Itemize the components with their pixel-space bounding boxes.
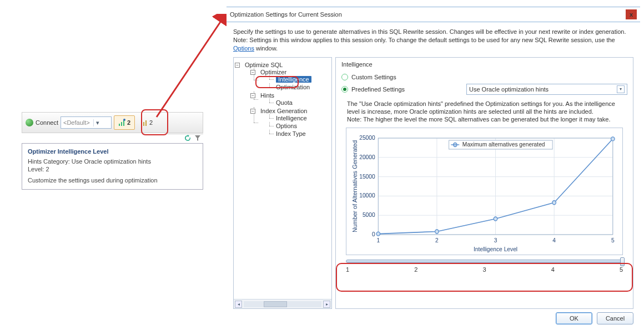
refresh-icon[interactable]	[184, 135, 191, 141]
svg-text:3: 3	[494, 237, 497, 243]
tree-node-hints[interactable]: − Hints Quota	[253, 92, 329, 107]
svg-text:0: 0	[372, 231, 375, 237]
tree-node-optimization[interactable]: Optimization	[268, 83, 329, 91]
radio-icon	[341, 74, 348, 80]
scroll-left-icon[interactable]: ◂	[235, 301, 242, 308]
intelligence-level-value: 2	[127, 119, 130, 126]
svg-text:Number of Alternatives Generat: Number of Alternatives Generated	[351, 140, 358, 232]
tooltip-line: Level: 2	[28, 166, 197, 172]
select-value: Use Oracle optimization hints	[469, 86, 549, 93]
svg-point-33	[494, 217, 497, 221]
radio-icon	[341, 86, 348, 93]
dialog-title: Optimization Settings for Current Sessio…	[230, 11, 342, 18]
svg-text:4: 4	[552, 237, 556, 243]
collapse-icon[interactable]: −	[250, 70, 255, 75]
tooltip-line: Hints Category: Use Oracle optimization …	[28, 158, 197, 165]
svg-point-35	[611, 137, 615, 141]
collapse-icon[interactable]: −	[250, 109, 255, 114]
settings-panel: Intelligence Custom Settings Predefined …	[335, 57, 633, 309]
connection-combo-value: <Default>	[63, 119, 90, 126]
intelligence-slider[interactable]: 1 2 3 4 5	[346, 260, 623, 274]
svg-rect-2	[123, 120, 124, 126]
panel-heading: Intelligence	[341, 61, 627, 68]
scroll-right-icon[interactable]: ▸	[323, 301, 330, 308]
svg-point-32	[435, 230, 439, 233]
radio-predefined-settings[interactable]: Predefined Settings Use Oracle optimizat…	[341, 84, 627, 95]
desc-line: Note: The higher the level the more SQL …	[347, 116, 611, 123]
tree-label-selected: Intelligence	[276, 76, 311, 83]
intelligence-level-button[interactable]: 2	[114, 115, 135, 130]
svg-text:Maximum alternatives generated: Maximum alternatives generated	[462, 141, 545, 148]
tree-label: Quota	[276, 99, 293, 106]
intro-line: window.	[254, 45, 278, 52]
dialog-intro: Specify the settings to use to generate …	[233, 28, 633, 53]
predefined-description: The "Use Oracle optimization hints" pred…	[347, 100, 622, 124]
radio-label: Custom Settings	[351, 74, 396, 80]
tooltip-panel: Optimizer Intelligence Level Hints Categ…	[22, 143, 203, 190]
tooltip-title: Optimizer Intelligence Level	[28, 148, 197, 155]
svg-point-3	[123, 119, 125, 121]
predefined-select[interactable]: Use Oracle optimization hints ▾	[466, 84, 627, 95]
dialog-titlebar: Optimization Settings for Current Sessio…	[227, 7, 640, 22]
connect-icon	[26, 119, 33, 126]
filter-icon[interactable]	[194, 135, 201, 141]
tree-node-ig-intelligence[interactable]: Intelligence	[268, 114, 329, 122]
toolbar-stub-row	[167, 134, 203, 143]
button-label: OK	[570, 315, 578, 322]
intro-line: Specify the settings to use to generate …	[233, 28, 626, 35]
close-button[interactable]: x	[626, 9, 637, 19]
tree-node-quota[interactable]: Quota	[268, 99, 329, 106]
slider-tick-labels: 1 2 3 4 5	[346, 266, 623, 273]
slider-tick: 4	[551, 266, 555, 273]
close-icon: x	[630, 12, 633, 18]
svg-text:15000: 15000	[359, 173, 375, 180]
collapse-icon[interactable]: −	[250, 93, 255, 98]
cancel-button[interactable]: Cancel	[597, 312, 633, 324]
svg-text:25000: 25000	[359, 134, 375, 141]
connection-combo[interactable]: <Default> ▾	[61, 116, 112, 129]
slider-tick: 5	[620, 266, 623, 273]
tree-node-ig-options[interactable]: Options	[268, 122, 329, 130]
intelligence-chart: 050001000015000200002500012345Intelligen…	[346, 128, 623, 255]
svg-rect-6	[145, 120, 147, 126]
svg-rect-4	[141, 124, 142, 126]
scroll-thumb[interactable]	[264, 301, 287, 307]
nav-tree-panel: − Optimize SQL − Optimizer Intelligence	[233, 57, 332, 309]
tree-label: Optimizer	[260, 69, 286, 75]
slider-track[interactable]	[346, 260, 623, 263]
options-link[interactable]: Options	[233, 45, 254, 52]
slider-tick: 3	[482, 266, 486, 273]
tree-node-indexgen[interactable]: − Index Generation Intelligence Options …	[253, 107, 329, 138]
tree-horizontal-scrollbar[interactable]: ◂ ▸	[234, 299, 331, 308]
secondary-level-value: 2	[149, 119, 153, 126]
svg-point-31	[376, 232, 380, 236]
secondary-level-button[interactable]: 2	[137, 115, 156, 130]
svg-text:5000: 5000	[363, 211, 375, 218]
radio-custom-settings[interactable]: Custom Settings	[341, 74, 627, 80]
tree-label: Hints	[260, 92, 274, 99]
bar-levels-icon	[118, 119, 126, 126]
tree-node-ig-indextype[interactable]: Index Type	[268, 130, 329, 138]
svg-rect-1	[121, 122, 122, 126]
connect-label[interactable]: Connect	[36, 119, 58, 126]
chevron-down-icon: ▾	[617, 85, 625, 93]
svg-text:5: 5	[611, 237, 615, 243]
svg-text:2: 2	[435, 237, 439, 243]
nav-tree[interactable]: − Optimize SQL − Optimizer Intelligence	[234, 58, 331, 299]
collapse-icon[interactable]: −	[235, 63, 240, 68]
main-toolbar: Connect <Default> ▾ 2 2	[22, 112, 203, 133]
svg-line-7	[157, 19, 222, 117]
ok-button[interactable]: OK	[556, 312, 592, 324]
slider-thumb[interactable]	[620, 257, 625, 266]
tree-label: Intelligence	[276, 115, 307, 121]
scroll-track[interactable]	[244, 301, 321, 307]
svg-rect-0	[119, 124, 120, 126]
tree-node-root[interactable]: − Optimize SQL − Optimizer Intelligence	[237, 61, 329, 139]
tree-label: Index Type	[276, 130, 306, 137]
chevron-down-icon: ▾	[93, 119, 99, 126]
slider-tick: 1	[346, 266, 349, 273]
svg-text:20000: 20000	[359, 154, 375, 160]
tree-node-intelligence[interactable]: Intelligence	[268, 75, 329, 83]
tree-node-optimizer[interactable]: − Optimizer Intelligence Optimization	[253, 68, 329, 92]
intro-line: Note: Settings in this window applies to…	[233, 37, 615, 43]
